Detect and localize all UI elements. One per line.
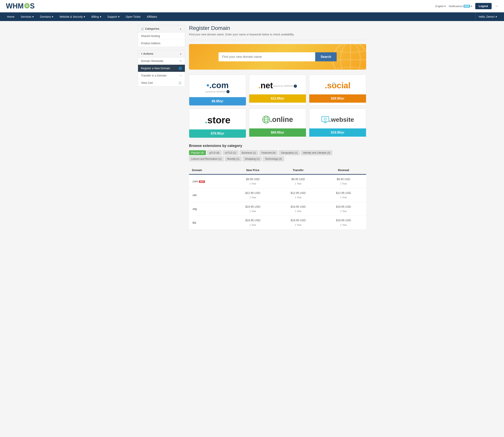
category-tag-novelty[interactable]: Novelty (1) (225, 156, 242, 161)
sidebar-categories-section: 🛒 Categories ▲ Shared Hosting Product Ad… (138, 25, 185, 47)
domain-name-cell: .biz (189, 216, 230, 229)
domain-name-cell: .net (189, 188, 230, 202)
chevron-down-icon: ▾ (471, 5, 472, 8)
gear-icon: ⚙ (24, 2, 30, 10)
domain-search-form: Search (218, 52, 337, 61)
search-button[interactable]: Search (315, 52, 337, 61)
sidebar-actions-section: + Actions ▲ Domain Renewals ↻ Register a… (138, 50, 185, 87)
new-price-cell: $19.95 USD1 Year (230, 202, 275, 216)
table-row[interactable]: .comHOT $9.95 USD1 Year $9.95 USD1 Year … (189, 174, 366, 189)
category-tag-business[interactable]: Business (1) (240, 150, 258, 155)
top-right-controls: English ▾ Notifications NEW ▾ Logout → (435, 3, 498, 9)
website-price: $19.95/yr (309, 129, 366, 137)
logout-button[interactable]: Logout (475, 3, 492, 9)
table-header-new-price: New Price (230, 166, 275, 174)
table-row[interactable]: .org $19.95 USD1 Year $19.95 USD1 Year $… (189, 202, 366, 216)
category-tag-shopping[interactable]: Shopping (1) (243, 156, 262, 161)
language-button[interactable]: English ▾ (435, 5, 446, 8)
hello-user-button[interactable]: Hello, Demo! ▾ (475, 12, 500, 21)
nav-open-ticket[interactable]: Open Ticket (123, 12, 144, 21)
sidebar-item-domain-renewals[interactable]: Domain Renewals ↻ (138, 57, 185, 65)
transfer-icon: ↪ (180, 74, 182, 77)
table-header-transfer: Transfer (275, 166, 321, 174)
new-price-cell: $12.95 USD1 Year (230, 188, 275, 202)
main-layout: 🛒 Categories ▲ Shared Hosting Product Ad… (134, 21, 370, 233)
table-header-renewal: Renewal (321, 166, 366, 174)
nav-support[interactable]: Support ▾ (104, 12, 123, 21)
chevron-down-icon: ▾ (100, 15, 101, 18)
transfer-price-cell: $12.95 USD1 Year (275, 188, 321, 202)
chevron-down-icon: ▾ (52, 15, 53, 18)
category-tags: Popular (6) gTLD (8) ccTLD (1) Business … (189, 150, 366, 161)
category-tag-featured[interactable]: Featured (9) (259, 150, 278, 155)
sidebar-item-shared-hosting[interactable]: Shared Hosting (138, 32, 185, 40)
category-tag-leisure[interactable]: Leisure and Recreation (1) (189, 156, 224, 161)
domain-card-online[interactable]: .online $69.95/yr (249, 109, 306, 138)
chevron-down-icon: ▾ (32, 15, 34, 18)
category-tag-popular[interactable]: Popular (6) (189, 150, 206, 155)
refresh-icon: ↻ (180, 60, 182, 62)
nav-domains[interactable]: Domains ▾ (37, 12, 56, 21)
sidebar-item-transfer-domain[interactable]: Transfer in a Domain ↪ (138, 72, 185, 79)
domain-card-net[interactable]: .net powered by VERISIGN ✓ $12.95/yr (249, 75, 306, 106)
verisign-badge-net: ✓ (294, 85, 297, 88)
domain-cards-grid: •.com powered by VERISIGN ✓ $9.95/yr .ne… (189, 75, 366, 138)
title-divider (189, 40, 366, 40)
chevron-up-icon: ▲ (179, 27, 182, 30)
table-row[interactable]: .net $12.95 USD1 Year $12.95 USD1 Year $… (189, 188, 366, 202)
com-price: $9.95/yr (189, 97, 246, 105)
nav-services[interactable]: Services ▾ (18, 12, 37, 21)
chevron-down-icon: ▾ (118, 15, 120, 18)
transfer-price-cell: $9.95 USD1 Year (275, 174, 321, 189)
nav-billing[interactable]: Billing ▾ (88, 12, 104, 21)
logo-whmcs: WHM ⚙ S (6, 2, 35, 10)
category-tag-technology[interactable]: Technology (4) (263, 156, 284, 161)
sidebar-item-view-cart[interactable]: View Cart 🛒 (138, 79, 185, 86)
new-badge: NEW (463, 5, 470, 8)
sidebar-categories-header: 🛒 Categories ▲ (138, 25, 185, 32)
chevron-down-icon: ▾ (84, 15, 85, 18)
social-price: $29.95/yr (309, 94, 366, 103)
domain-name-cell: .comHOT (189, 174, 230, 189)
new-price-cell: $19.95 USD1 Year (230, 216, 275, 229)
net-price: $12.95/yr (249, 94, 306, 103)
external-link-icon[interactable]: → (494, 4, 498, 8)
nav-website-security[interactable]: Website & Security ▾ (56, 12, 88, 21)
chevron-down-icon: ▾ (495, 15, 497, 18)
domain-name-cell: .org (189, 202, 230, 216)
online-price: $69.95/yr (249, 129, 306, 137)
table-row[interactable]: .biz $19.95 USD1 Year $19.95 USD1 Year $… (189, 216, 366, 229)
category-tag-identity[interactable]: Identity and Lifestyle (3) (301, 150, 332, 155)
page-title: Register Domain (189, 25, 366, 31)
sidebar: 🛒 Categories ▲ Shared Hosting Product Ad… (138, 25, 185, 229)
renewal-price-cell: $9.95 USD1 Year (321, 174, 366, 189)
logo: WHM ⚙ S (6, 2, 35, 10)
sidebar-item-register-domain[interactable]: Register a New Domain 🌐 (138, 65, 185, 72)
sidebar-actions-header: + Actions ▲ (138, 50, 185, 57)
domain-card-store[interactable]: .store $79.95/yr (189, 109, 246, 138)
category-tag-geography[interactable]: Geography (1) (279, 150, 300, 155)
category-tag-cctld[interactable]: ccTLD (1) (223, 150, 238, 155)
domain-card-social[interactable]: .so💬cial $29.95/yr (309, 75, 366, 106)
sidebar-item-product-addons[interactable]: Product Addons (138, 40, 185, 47)
notifications-button[interactable]: Notifications NEW ▾ (449, 5, 472, 8)
page-description: Find your new domain name. Enter your na… (189, 33, 366, 36)
renewal-price-cell: $19.95 USD1 Year (321, 202, 366, 216)
domain-search-input[interactable] (218, 52, 315, 61)
verisign-badge: ✓ (226, 90, 230, 93)
renewal-price-cell: $12.95 USD1 Year (321, 188, 366, 202)
domain-card-com[interactable]: •.com powered by VERISIGN ✓ $9.95/yr (189, 75, 246, 106)
transfer-price-cell: $19.95 USD1 Year (275, 202, 321, 216)
nav-home[interactable]: Home (4, 12, 18, 21)
website-monitor-icon (321, 116, 329, 123)
table-header-domain: Domain (189, 166, 230, 174)
domain-card-website[interactable]: .website $19.95/yr (309, 109, 366, 138)
svg-point-11 (324, 118, 326, 120)
category-tag-gtld[interactable]: gTLD (8) (207, 150, 221, 155)
domain-pricing-table: Domain New Price Transfer Renewal .comHO… (189, 166, 366, 229)
top-bar: WHM ⚙ S English ▾ Notifications NEW ▾ Lo… (0, 0, 504, 12)
browse-title: Browse extensions by category (189, 144, 366, 148)
nav-affiliates[interactable]: Affiliates (144, 12, 160, 21)
main-content: Register Domain Find your new domain nam… (189, 25, 366, 229)
svg-rect-8 (322, 116, 329, 121)
